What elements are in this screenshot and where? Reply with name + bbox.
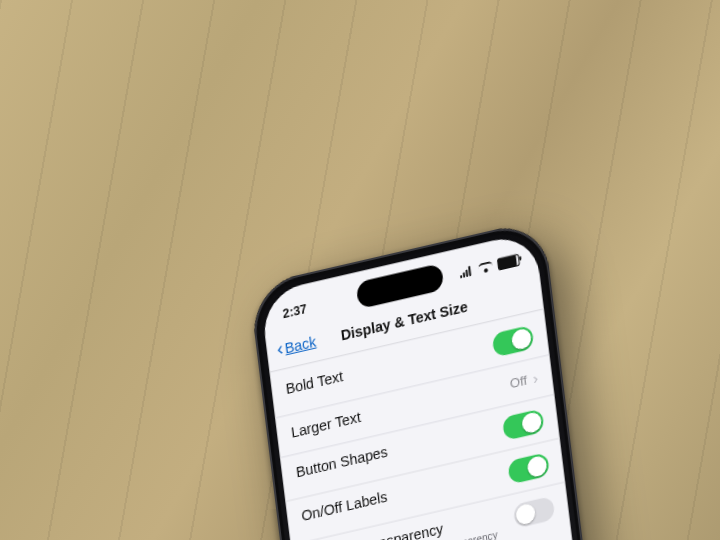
phone-frame: 2:37 ‹ Back Display & Text Size Bold Tex… xyxy=(249,219,619,540)
toggle-reduce-transparency[interactable] xyxy=(513,496,556,529)
wifi-icon xyxy=(478,261,493,274)
phone-screen: 2:37 ‹ Back Display & Text Size Bold Tex… xyxy=(260,231,608,540)
row-value: Off xyxy=(509,372,528,391)
chevron-right-icon: › xyxy=(532,369,539,387)
back-button[interactable]: ‹ Back xyxy=(276,333,317,358)
back-label: Back xyxy=(284,333,317,356)
cellular-icon xyxy=(459,265,474,278)
toggle-bold-text[interactable] xyxy=(492,325,535,358)
toggle-onoff-labels[interactable] xyxy=(507,452,550,485)
status-time: 2:37 xyxy=(282,302,308,322)
toggle-button-shapes[interactable] xyxy=(502,408,545,441)
battery-icon xyxy=(497,253,520,270)
chevron-left-icon: ‹ xyxy=(276,339,284,359)
